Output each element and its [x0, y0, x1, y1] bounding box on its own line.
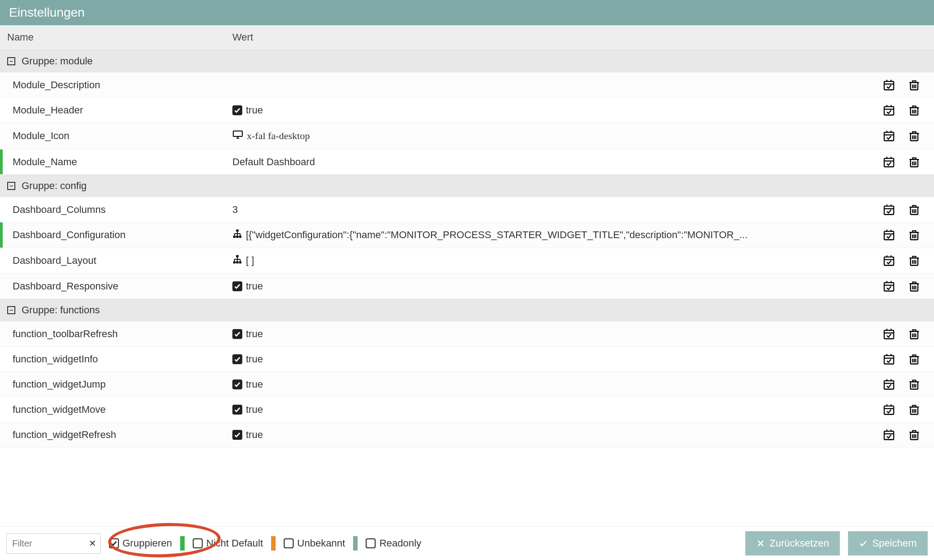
check-badge-icon	[232, 105, 242, 115]
cell-value[interactable]: [ ]	[225, 248, 853, 273]
collapse-icon[interactable]	[7, 306, 15, 314]
cell-value[interactable]: [{"widgetConfiguration":{"name":"MONITOR…	[225, 222, 853, 248]
delete-icon[interactable]	[908, 104, 920, 117]
filter-input[interactable]	[6, 533, 101, 554]
cell-name: function_widgetMove	[0, 397, 225, 422]
default-value-icon[interactable]	[883, 229, 895, 241]
delete-icon[interactable]	[908, 280, 920, 293]
cell-value-text: true	[246, 104, 263, 116]
table-row[interactable]: function_toolbarRefreshtrue	[0, 321, 934, 347]
check-icon	[859, 539, 868, 548]
cell-actions	[853, 229, 934, 241]
group-header[interactable]: Gruppe: functions	[0, 299, 934, 321]
unbekannt-label: Unbekannt	[297, 537, 345, 549]
default-value-icon[interactable]	[883, 378, 895, 391]
desktop-icon	[232, 129, 243, 143]
group-checkbox[interactable]: Gruppieren	[109, 537, 172, 549]
table-row[interactable]: function_widgetInfotrue	[0, 347, 934, 372]
reset-button-label: Zurücksetzen	[770, 537, 829, 549]
delete-icon[interactable]	[908, 203, 920, 216]
delete-icon[interactable]	[908, 254, 920, 267]
cell-value[interactable]: true	[225, 347, 853, 371]
table-row[interactable]: Dashboard_Layout[ ]	[0, 248, 934, 274]
modified-indicator	[0, 149, 3, 174]
cell-value[interactable]: Default Dashboard	[225, 150, 853, 174]
cell-value[interactable]: true	[225, 98, 853, 122]
cell-value[interactable]	[225, 79, 853, 91]
clear-filter-icon[interactable]: ✕	[89, 538, 96, 549]
table-row[interactable]: Dashboard_Configuration[{"widgetConfigur…	[0, 222, 934, 248]
svg-rect-67	[233, 262, 236, 264]
cell-value[interactable]: true	[225, 423, 853, 447]
check-badge-icon	[232, 379, 242, 389]
cell-name: Dashboard_Layout	[0, 248, 225, 273]
svg-rect-84	[884, 282, 894, 291]
group-label: Gruppe: module	[22, 55, 93, 67]
cell-value[interactable]: true	[225, 372, 853, 397]
cell-name: function_widgetRefresh	[0, 423, 225, 447]
cell-value-text: true	[246, 429, 263, 441]
legend-swatch-green	[180, 536, 185, 551]
table-row[interactable]: function_widgetRefreshtrue	[0, 422, 934, 447]
group-label: Gruppieren	[122, 537, 172, 549]
default-value-icon[interactable]	[883, 254, 895, 267]
table-row[interactable]: Module_Description	[0, 72, 934, 98]
default-value-icon[interactable]	[883, 403, 895, 416]
default-value-icon[interactable]	[883, 328, 895, 340]
cell-value[interactable]: x-fal fa-desktop	[225, 123, 853, 149]
column-header-value[interactable]: Wert	[225, 25, 853, 50]
cell-name: Dashboard_Configuration	[0, 223, 225, 247]
delete-icon[interactable]	[908, 328, 920, 340]
delete-icon[interactable]	[908, 156, 920, 168]
svg-rect-48	[236, 230, 239, 232]
cell-actions	[853, 203, 934, 216]
delete-icon[interactable]	[908, 429, 920, 441]
delete-icon[interactable]	[908, 79, 920, 91]
delete-icon[interactable]	[908, 130, 920, 142]
table-row[interactable]: Module_Headertrue	[0, 98, 934, 123]
table-row[interactable]: Module_Iconx-fal fa-desktop	[0, 123, 934, 149]
cell-actions	[853, 403, 934, 416]
column-header-name[interactable]: Name	[0, 25, 225, 50]
table-row[interactable]: Dashboard_Responsivetrue	[0, 274, 934, 299]
sitemap-icon	[232, 229, 242, 241]
default-value-icon[interactable]	[883, 203, 895, 216]
sitemap-icon	[232, 254, 242, 267]
collapse-icon[interactable]	[7, 182, 15, 190]
cell-value[interactable]: 3	[225, 198, 853, 222]
cell-value[interactable]: true	[225, 397, 853, 422]
cell-value[interactable]: true	[225, 322, 853, 346]
cell-value[interactable]: true	[225, 274, 853, 298]
default-value-icon[interactable]	[883, 280, 895, 293]
save-button[interactable]: Speichern	[848, 531, 928, 555]
table-row[interactable]: Module_NameDefault Dashboard	[0, 149, 934, 175]
column-header-actions	[853, 25, 934, 50]
delete-icon[interactable]	[908, 403, 920, 416]
filter-box: ✕	[6, 533, 101, 554]
default-value-icon[interactable]	[883, 353, 895, 366]
default-value-icon[interactable]	[883, 130, 895, 142]
table-row[interactable]: Dashboard_Columns3	[0, 197, 934, 222]
group-header[interactable]: Gruppe: module	[0, 50, 934, 72]
group-header[interactable]: Gruppe: config	[0, 175, 934, 197]
delete-icon[interactable]	[908, 378, 920, 391]
nicht-default-checkbox[interactable]: Nicht Default	[193, 537, 263, 549]
readonly-checkbox[interactable]: Readonly	[366, 537, 421, 549]
unbekannt-checkbox[interactable]: Unbekannt	[284, 537, 345, 549]
svg-rect-102	[884, 355, 894, 364]
collapse-icon[interactable]	[7, 57, 15, 65]
default-value-icon[interactable]	[883, 429, 895, 441]
delete-icon[interactable]	[908, 229, 920, 241]
default-value-icon[interactable]	[883, 104, 895, 117]
table-row[interactable]: function_widgetJumptrue	[0, 372, 934, 397]
checkbox-unchecked-icon	[284, 538, 294, 548]
default-value-icon[interactable]	[883, 156, 895, 168]
cell-name: function_widgetInfo	[0, 347, 225, 371]
cell-actions	[853, 280, 934, 293]
default-value-icon[interactable]	[883, 79, 895, 91]
table-row[interactable]: function_widgetMovetrue	[0, 397, 934, 422]
nicht-default-label: Nicht Default	[206, 537, 263, 549]
cell-actions	[853, 79, 934, 91]
delete-icon[interactable]	[908, 353, 920, 366]
reset-button[interactable]: Zurücksetzen	[745, 531, 840, 555]
